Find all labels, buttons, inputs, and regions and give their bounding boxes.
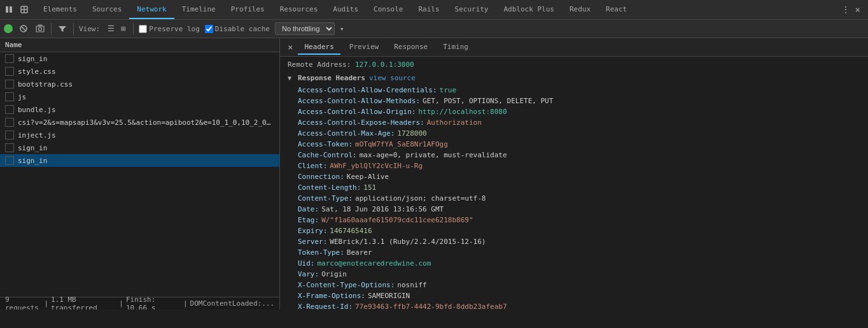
header-key: Vary: [298,269,319,280]
list-item[interactable]: sign_in [0,141,279,154]
preserve-log-text: Preserve log [149,25,199,33]
header-key: Access-Control-Max-Age: [298,128,395,139]
header-row: Access-Control-Allow-Credentials: true [288,85,860,96]
list-item[interactable]: js [0,90,279,103]
tab-timing[interactable]: Timing [437,40,475,55]
svg-rect-9 [38,25,42,26]
file-icon [5,156,14,165]
sep3: | [183,299,188,308]
close-panel-button[interactable]: × [285,42,295,52]
more-options-icon[interactable]: ⋮ [841,4,850,15]
header-value: max-age=0, private, must-revalidate [360,150,507,160]
stop-button[interactable] [18,23,29,34]
tab-security[interactable]: Security [447,0,496,19]
header-key: Server: [298,236,327,247]
preserve-log-checkbox[interactable] [139,25,147,33]
right-panel: × Headers Preview Response Timing Remote… [280,38,868,310]
header-key: Access-Token: [298,139,353,150]
tab-response[interactable]: Response [388,40,434,55]
list-item[interactable]: sign_in [0,52,279,65]
header-value: nosniff [397,280,426,290]
header-key: Etag: [298,215,319,225]
header-key: Access-Control-Allow-Credentials: [298,85,437,96]
svg-rect-7 [36,26,44,32]
header-row: Access-Token: mOTqW7fYA_SaE8Nr1AFOgg [288,139,860,150]
filter-icon[interactable] [57,23,68,34]
file-icon [5,92,14,101]
header-row: Uid: marco@enotecaredredwine.com [288,258,860,269]
nav-right: ⋮ × [841,4,865,15]
list-item[interactable]: bundle.js [0,103,279,116]
tab-resources[interactable]: Resources [272,0,326,19]
tab-elements[interactable]: Elements [36,0,85,19]
header-row: Expiry: 1467465416 [288,225,860,236]
view-icons: ☰ ⊞ [105,23,128,34]
header-key: Access-Control-Allow-Methods: [298,96,420,106]
throttle-select[interactable]: No throttling Slow 3G Fast 3G Offline [275,22,335,35]
svg-rect-1 [10,6,12,13]
header-row: Connection: Keep-Alive [288,171,860,182]
list-item[interactable]: style.css [0,65,279,78]
header-key: Access-Control-Expose-Headers: [298,117,424,128]
disable-cache-checkbox[interactable] [205,25,213,33]
nav-tabs: Elements Sources Network Timeline Profil… [36,0,634,19]
header-key: Content-Type: [298,193,353,204]
close-devtools-icon[interactable]: × [855,4,860,15]
tab-react[interactable]: React [598,0,634,19]
view-label: View: [79,25,100,33]
header-value: Authorization [427,117,482,128]
tab-profiles[interactable]: Profiles [223,0,272,19]
header-row: Access-Control-Expose-Headers: Authoriza… [288,117,860,128]
header-key: Expiry: [298,225,327,236]
file-name: sign_in [18,157,47,165]
tab-rails[interactable]: Rails [410,0,447,19]
cursor-icon[interactable] [3,3,15,16]
request-tabs: × Headers Preview Response Timing [280,38,868,57]
tab-headers[interactable]: Headers [298,40,340,55]
remote-address-value: 127.0.0.1:3000 [355,61,414,69]
tab-console[interactable]: Console [366,0,410,19]
header-value: WEBrick/1.3.1 (Ruby/2.2.4/2015-12-16) [330,236,486,247]
record-button[interactable] [4,24,13,33]
header-value: Bearer [347,247,372,258]
response-headers-arrow: ▼ [288,75,294,82]
header-key: Connection: [298,171,344,182]
group-view-icon[interactable]: ⊞ [118,23,128,34]
tab-sources[interactable]: Sources [85,0,129,19]
tab-adblock-plus[interactable]: Adblock Plus [496,0,562,19]
list-item-selected[interactable]: sign_in [0,154,279,167]
file-name: bundle.js [18,106,56,114]
file-list: sign_in style.css bootstrap.css js bundl… [0,52,279,297]
file-name: inject.js [18,131,56,139]
list-item[interactable]: csi?v=2&s=mapsapi3&v3v=25.5&action=apibo… [0,116,279,129]
headers-content: Remote Address: 127.0.0.1:3000 ▼ Respons… [280,57,868,310]
disable-cache-text: Disable cache [215,25,270,33]
header-value: true [440,85,457,96]
tab-preview[interactable]: Preview [343,40,385,55]
camera-icon[interactable] [34,23,46,34]
preserve-log-label[interactable]: Preserve log [139,25,199,33]
tab-timeline[interactable]: Timeline [174,0,223,19]
header-row: Access-Control-Max-Age: 1728000 [288,128,860,139]
disable-cache-label[interactable]: Disable cache [205,25,270,33]
header-key: Uid: [298,258,315,269]
header-row: Content-Length: 151 [288,182,860,193]
box-icon[interactable] [18,3,31,16]
file-icon [5,67,14,76]
tab-redux[interactable]: Redux [562,0,598,19]
file-name: sign_in [18,144,47,152]
response-headers-view-source[interactable]: view source [369,74,416,82]
left-panel: Name sign_in style.css bootstrap.css js … [0,38,280,310]
list-item[interactable]: inject.js [0,129,279,141]
tab-network[interactable]: Network [129,0,174,19]
header-value: Sat, 18 Jun 2016 13:16:56 GMT [321,204,444,215]
tab-audits[interactable]: Audits [325,0,366,19]
list-view-icon[interactable]: ☰ [105,23,117,34]
header-key: X-Request-Id: [298,301,353,310]
response-headers-section[interactable]: ▼ Response Headers view source [288,74,860,82]
file-name: csi?v=2&s=mapsapi3&v3v=25.5&action=apibo… [18,118,274,127]
header-row: Token-Type: Bearer [288,247,860,258]
file-list-header: Name [0,38,279,52]
header-row: Client: AWhF_yblQlY2cVcIH-u-Rg [288,160,860,171]
list-item[interactable]: bootstrap.css [0,78,279,90]
